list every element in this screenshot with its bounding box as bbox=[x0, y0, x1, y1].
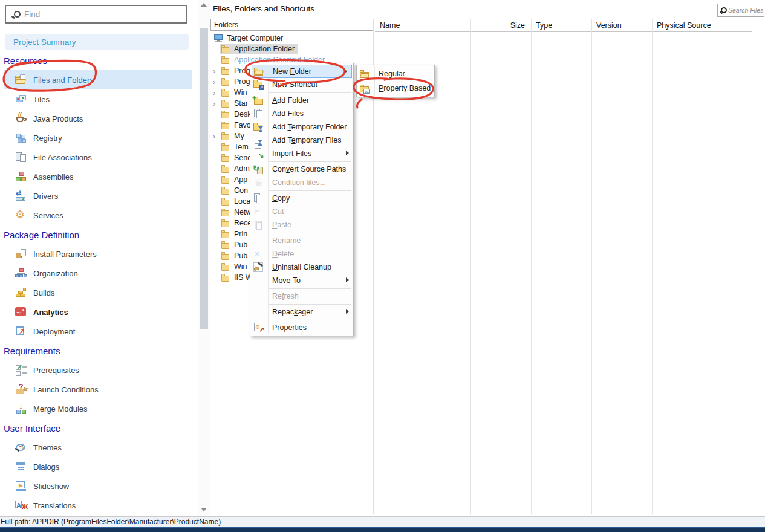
tree-node-box[interactable]: Prog bbox=[220, 66, 253, 76]
tree-row-application-folder[interactable]: Application Folder bbox=[213, 44, 298, 54]
menu-item-regular[interactable]: Regular bbox=[357, 66, 434, 81]
tree-row-favo-8[interactable]: Favo bbox=[213, 120, 254, 131]
sidebar-item-assemblies[interactable]: Assemblies bbox=[0, 167, 197, 186]
tree-row-iis-w-22[interactable]: IIS W bbox=[213, 272, 256, 283]
tree-node-box[interactable]: Desk bbox=[220, 109, 254, 120]
menu-item-add-files[interactable]: Add Files bbox=[250, 107, 353, 120]
tree-row-star-6[interactable]: ›Star bbox=[213, 98, 251, 109]
tree-node-label: Pub bbox=[234, 241, 247, 249]
sidebar-item-label: Drivers bbox=[33, 192, 58, 201]
tree-node-box[interactable]: My bbox=[220, 131, 247, 141]
sidebar-item-label: Themes bbox=[33, 443, 62, 452]
tree-node-box[interactable]: Target Computer bbox=[213, 33, 286, 44]
sidebar-item-install-parameters[interactable]: Install Parameters bbox=[0, 244, 197, 264]
tree-row-rece-17[interactable]: Rece bbox=[213, 218, 255, 229]
tree-node-box[interactable]: Star bbox=[220, 99, 251, 109]
menu-item-new-folder[interactable]: New Folder bbox=[252, 65, 352, 78]
column-header-type[interactable]: Type bbox=[531, 20, 590, 31]
tree-node-box[interactable]: Pub bbox=[220, 240, 250, 250]
sidebar-item-dialogs[interactable]: Dialogs bbox=[0, 457, 197, 476]
sidebar-item-organization[interactable]: Organization bbox=[0, 264, 197, 283]
sidebar-item-themes[interactable]: Themes bbox=[0, 438, 197, 457]
sidebar-item-tiles[interactable]: Tiles bbox=[0, 89, 197, 109]
sidebar-item-services[interactable]: ⚙Services bbox=[0, 206, 197, 225]
folder-hourglass-icon bbox=[253, 121, 266, 133]
sidebar-item-slideshow[interactable]: ▶Slideshow bbox=[0, 476, 197, 496]
tree-row-pub-20[interactable]: Pub bbox=[213, 250, 250, 261]
column-header-version[interactable]: Version bbox=[591, 20, 651, 31]
sidebar-item-files-and-folders[interactable]: Files and Folders bbox=[4, 70, 192, 89]
scrollbar-thumb[interactable] bbox=[200, 28, 208, 329]
sidebar-item-builds[interactable]: Builds bbox=[0, 283, 197, 302]
menu-item-copy[interactable]: Copy bbox=[250, 192, 353, 205]
sidebar-item-drivers[interactable]: ⇄Drivers bbox=[0, 186, 197, 206]
project-summary-button[interactable]: Project Summary bbox=[5, 34, 189, 50]
tree-node-box[interactable]: Tem bbox=[220, 142, 252, 152]
chevron-right-icon[interactable]: › bbox=[213, 132, 220, 141]
tree-node-box[interactable]: Netw bbox=[220, 207, 254, 218]
tree-row-adm-12[interactable]: Adm bbox=[213, 163, 253, 174]
chevron-right-icon[interactable]: › bbox=[213, 66, 220, 76]
sidebar-item-java-products[interactable]: ((Java Products bbox=[0, 109, 197, 128]
tree-node-box[interactable]: Con bbox=[220, 186, 251, 196]
column-header-physical-source[interactable]: Physical Source bbox=[652, 20, 750, 31]
menu-item-convert-source-paths[interactable]: ↻Convert Source Paths bbox=[250, 163, 353, 176]
tree-node-box[interactable]: Favo bbox=[220, 120, 254, 131]
sidebar-item-deployment[interactable]: ↗Deployment bbox=[0, 322, 197, 341]
tree-row-prog[interactable]: ›Prog bbox=[213, 65, 253, 76]
tree-node-box[interactable]: Loca bbox=[220, 196, 253, 207]
tree-node-box[interactable]: Win bbox=[220, 88, 250, 98]
tree-row-target-computer[interactable]: Target Computer bbox=[213, 33, 286, 44]
column-header-name[interactable]: Name bbox=[375, 20, 469, 31]
tree-row-netw-16[interactable]: Netw bbox=[213, 207, 254, 218]
search-files-input[interactable]: Search Files bbox=[717, 4, 764, 17]
chevron-right-icon[interactable]: › bbox=[213, 88, 220, 97]
tree-node-box[interactable]: Adm bbox=[220, 164, 253, 174]
tree-row-loca-15[interactable]: Loca bbox=[213, 196, 253, 207]
menu-item-add-temporary-files[interactable]: Add Temporary Files bbox=[250, 134, 353, 147]
sidebar-item-prerequisites[interactable]: ✓Prerequisites bbox=[0, 360, 197, 380]
sidebar-item-registry[interactable]: Registry bbox=[0, 128, 197, 148]
chevron-right-icon[interactable]: › bbox=[213, 77, 220, 86]
tree-row-pub-19[interactable]: Pub bbox=[213, 239, 250, 250]
tree-node-box[interactable]: App bbox=[220, 175, 250, 185]
tree-row-desk-7[interactable]: Desk bbox=[213, 109, 254, 120]
menu-item-add-temporary-folder[interactable]: Add Temporary Folder bbox=[250, 120, 353, 134]
find-input[interactable]: Find bbox=[5, 5, 187, 24]
tree-row-win-21[interactable]: Win bbox=[213, 261, 250, 272]
sidebar-item-analytics[interactable]: ~Analytics bbox=[0, 302, 197, 322]
tree-node-box[interactable]: Pub bbox=[220, 251, 250, 261]
tree-row-my-9[interactable]: ›My bbox=[213, 131, 247, 141]
menu-item-repackager[interactable]: Repackager bbox=[250, 305, 353, 319]
menu-item-property-based[interactable]: 01Property Based bbox=[357, 81, 434, 96]
menu-separator bbox=[269, 190, 351, 191]
menu-item-new-shortcut[interactable]: ↗New Shortcut bbox=[250, 78, 353, 91]
tree-row-prog-4[interactable]: ›Prog bbox=[213, 76, 253, 87]
menu-item-move-to[interactable]: Move To bbox=[250, 274, 353, 287]
tree-node-box[interactable]: Win bbox=[220, 262, 250, 272]
scroll-up-icon[interactable] bbox=[201, 3, 207, 7]
tree-row-con-14[interactable]: Con bbox=[213, 185, 251, 196]
folder-icon bbox=[221, 175, 231, 185]
tree-row-tem-10[interactable]: Tem bbox=[213, 141, 252, 152]
scroll-down-icon[interactable] bbox=[201, 508, 207, 511]
sidebar-item-merge-modules[interactable]: ↓Merge Modules bbox=[0, 399, 197, 418]
tree-node-box[interactable]: Application Folder bbox=[220, 44, 298, 54]
column-header-size[interactable]: Size bbox=[470, 20, 530, 31]
tree-row-win-5[interactable]: ›Win bbox=[213, 87, 250, 98]
sidebar-item-file-associations[interactable]: File Associations bbox=[0, 148, 197, 167]
menu-item-import-files[interactable]: ↘Import Files bbox=[250, 147, 353, 160]
tree-node-box[interactable]: Prog bbox=[220, 77, 253, 87]
chevron-right-icon[interactable]: › bbox=[213, 99, 220, 108]
tree-row-app-13[interactable]: App bbox=[213, 174, 250, 185]
menu-item-properties[interactable]: ⚙↗Properties bbox=[250, 321, 353, 334]
dialogs-icon bbox=[15, 460, 28, 473]
tree-node-box[interactable]: Prin bbox=[220, 229, 250, 239]
menu-item-add-folder[interactable]: +Add Folder bbox=[250, 94, 353, 107]
sidebar-scrollbar[interactable] bbox=[198, 0, 210, 515]
tree-row-send-11[interactable]: Send bbox=[213, 152, 255, 163]
tree-node-label: Loca bbox=[234, 197, 250, 206]
sidebar-item-launch-conditions[interactable]: ?Launch Conditions bbox=[0, 380, 197, 399]
tree-row-prin-18[interactable]: Prin bbox=[213, 229, 250, 239]
menu-item-uninstall-cleanup[interactable]: Uninstall Cleanup bbox=[250, 261, 353, 274]
